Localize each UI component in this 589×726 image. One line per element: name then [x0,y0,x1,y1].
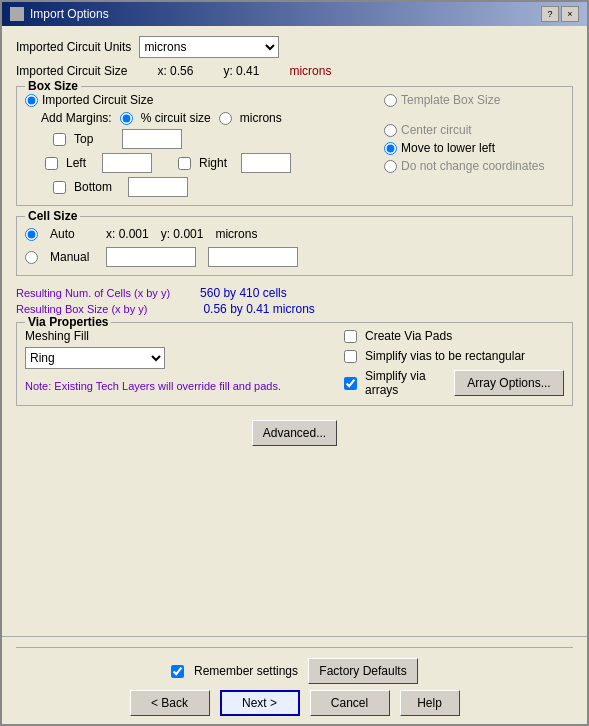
box-size-columns: Imported Circuit Size Add Margins: % cir… [25,93,564,197]
radio-center-label: Center circuit [401,123,472,137]
radio-auto[interactable] [25,228,38,241]
margins-row: Add Margins: % circuit size microns [41,111,374,125]
top-label: Top [74,132,114,146]
units-label: Imported Circuit Units [16,40,131,54]
radio-imported-row: Imported Circuit Size [25,93,374,107]
results-section: Resulting Num. of Cells (x by y) 560 by … [16,286,573,316]
circuit-size-x: x: 0.56 [157,64,193,78]
remember-settings-label: Remember settings [194,664,298,678]
cell-size-group: Cell Size Auto x: 0.001 y: 0.001 microns… [16,216,573,276]
help-title-button[interactable]: ? [541,6,559,22]
simplify-arrays-checkbox[interactable] [344,377,357,390]
left-right-row: Left 0 Right 0 [45,153,374,173]
next-button[interactable]: Next > [220,690,300,716]
bottom-label: Bottom [74,180,120,194]
radio-manual-label: Manual [50,250,94,264]
num-cells-value: 560 by 410 cells [200,286,287,300]
num-cells-row: Resulting Num. of Cells (x by y) 560 by … [16,286,573,300]
cell-y-manual-input[interactable]: 0.0 [208,247,298,267]
remember-settings-checkbox[interactable] [171,665,184,678]
radio-no-change-label: Do not change coordinates [401,159,544,173]
radio-lower-left-row: Move to lower left [384,141,564,155]
circuit-size-y: y: 0.41 [223,64,259,78]
bottom-input[interactable]: 0 [128,177,188,197]
radio-center[interactable] [384,124,397,137]
create-via-pads-row: Create Via Pads [344,329,564,343]
box-size-result-label: Resulting Box Size (x by y) [16,303,147,315]
radio-lower-left[interactable] [384,142,397,155]
radio-no-change[interactable] [384,160,397,173]
left-checkbox[interactable] [45,157,58,170]
footer: Remember settings Factory Defaults < Bac… [2,636,587,724]
simplify-rect-row: Simplify vias to be rectangular [344,349,564,363]
cell-size-title: Cell Size [25,209,80,223]
factory-defaults-button[interactable]: Factory Defaults [308,658,418,684]
box-size-title: Box Size [25,79,81,93]
meshing-fill-label: Meshing Fill [25,329,89,343]
back-button[interactable]: < Back [130,690,210,716]
note-section: Note: Existing Tech Layers will override… [25,379,334,394]
title-bar: Import Options ? × [2,2,587,26]
remember-row: Remember settings Factory Defaults [16,658,573,684]
circuit-size-unit: microns [289,64,331,78]
close-title-button[interactable]: × [561,6,579,22]
cell-x-manual-input[interactable]: 0.0 [106,247,196,267]
via-title: Via Properties [25,315,111,329]
radio-microns[interactable] [219,112,232,125]
manual-row: Manual 0.0 0.0 [25,247,564,267]
top-input[interactable]: 0 [122,129,182,149]
window-title: Import Options [30,7,109,21]
radio-auto-label: Auto [50,227,94,241]
window-icon [10,7,24,21]
create-via-pads-checkbox[interactable] [344,330,357,343]
radio-percent-label: % circuit size [141,111,211,125]
advanced-button[interactable]: Advanced... [252,420,337,446]
box-size-group: Box Size Imported Circuit Size Add Margi… [16,86,573,206]
circuit-size-row: Imported Circuit Size x: 0.56 y: 0.41 mi… [16,64,573,78]
box-size-left: Imported Circuit Size Add Margins: % cir… [25,93,374,197]
radio-percent[interactable] [120,112,133,125]
radio-template-label: Template Box Size [401,93,500,107]
right-label: Right [199,156,233,170]
via-properties-group: Via Properties Meshing Fill Ring Full No… [16,322,573,406]
auto-row: Auto x: 0.001 y: 0.001 microns [25,227,564,241]
num-cells-label: Resulting Num. of Cells (x by y) [16,287,170,299]
radio-lower-left-label: Move to lower left [401,141,495,155]
box-size-result-value: 0.56 by 0.41 microns [203,302,314,316]
footer-divider [16,647,573,648]
left-input[interactable]: 0 [102,153,152,173]
radio-manual[interactable] [25,251,38,264]
help-button[interactable]: Help [400,690,460,716]
units-select[interactable]: microns millimeters inches [139,36,279,58]
create-via-pads-label: Create Via Pads [365,329,452,343]
main-content: Imported Circuit Units microns millimete… [2,26,587,636]
box-size-right: Template Box Size Center circuit Move to… [384,93,564,197]
meshing-fill-select[interactable]: Ring Full None [25,347,165,369]
simplify-rect-checkbox[interactable] [344,350,357,363]
via-right: Create Via Pads Simplify vias to be rect… [344,329,564,397]
main-window: Import Options ? × Imported Circuit Unit… [0,0,589,726]
via-left: Meshing Fill Ring Full None Note: Existi… [25,329,334,397]
simplify-arrays-row: Simplify via arrays Array Options... [344,369,564,397]
via-columns: Meshing Fill Ring Full None Note: Existi… [25,329,564,397]
radio-center-row: Center circuit [384,123,564,137]
top-checkbox[interactable] [53,133,66,146]
title-bar-buttons: ? × [541,6,579,22]
via-note: Note: Existing Tech Layers will override… [25,380,281,392]
meshing-select-row: Ring Full None [25,347,334,369]
right-input[interactable]: 0 [241,153,291,173]
units-row: Imported Circuit Units microns millimete… [16,36,573,58]
array-options-button[interactable]: Array Options... [454,370,564,396]
radio-microns-label: microns [240,111,282,125]
radio-template-row: Template Box Size [384,93,564,107]
top-row: Top 0 [53,129,374,149]
radio-template-size[interactable] [384,94,397,107]
circuit-size-label: Imported Circuit Size [16,64,127,78]
advanced-section: Advanced... [16,420,573,446]
right-checkbox[interactable] [178,157,191,170]
radio-imported-size[interactable] [25,94,38,107]
simplify-rect-label: Simplify vias to be rectangular [365,349,525,363]
cancel-button[interactable]: Cancel [310,690,390,716]
cell-x-auto: x: 0.001 [106,227,149,241]
bottom-checkbox[interactable] [53,181,66,194]
